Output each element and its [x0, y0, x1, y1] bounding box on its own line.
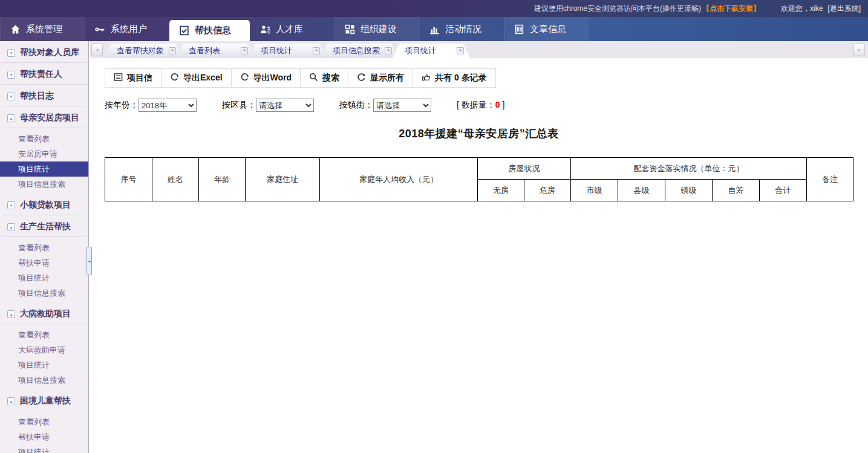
sidebar-group-support-person-pool[interactable]: ▾ 帮扶对象人员库: [2, 41, 86, 63]
sidebar-item-view-list[interactable]: 查看列表: [0, 240, 88, 255]
search-button[interactable]: 搜索: [301, 68, 348, 88]
close-icon[interactable]: ✕: [313, 47, 320, 54]
sidebar-group-mother-housing[interactable]: ▴ 母亲安居房项目: [2, 106, 86, 128]
sidebar-item-support-apply[interactable]: 帮扶申请: [0, 429, 88, 445]
sidebar-group-production-life[interactable]: ▴ 生产生活帮扶: [2, 215, 86, 237]
toolbar: 项目信 导出Excel 导出Word 搜索 显示所有: [105, 68, 868, 88]
open-tabs-bar: ◄ 查看帮扶对象 ✕ 查看列表 ✕ 项目统计 ✕ 项目信息搜索 ✕ 项目统计 ✕…: [90, 41, 868, 58]
sidebar-group-micro-loan[interactable]: ▾ 小额贷款项目: [2, 194, 86, 215]
close-icon[interactable]: ✕: [457, 47, 464, 54]
tab-view-list[interactable]: 查看列表 ✕: [177, 44, 254, 58]
article-icon: [514, 24, 524, 34]
col-name: 姓名: [152, 158, 199, 201]
tab-project-info-search[interactable]: 项目信息搜索 ✕: [321, 44, 398, 58]
export-excel-button[interactable]: 导出Excel: [162, 68, 232, 88]
close-icon[interactable]: ✕: [241, 47, 248, 54]
data-count-value: 0: [495, 100, 500, 109]
search-icon: [309, 73, 318, 83]
sidebar-item-illness-apply[interactable]: 大病救助申请: [0, 342, 88, 357]
main-content: 项目信 导出Excel 导出Word 搜索 显示所有: [90, 68, 868, 453]
sidebar-item-project-info-search[interactable]: 项目信息搜索: [0, 285, 88, 301]
nav-item-articles[interactable]: 文章信息: [504, 17, 589, 41]
sidebar-group-support-log[interactable]: ▾ 帮扶日志: [2, 85, 86, 106]
nav-item-activities[interactable]: 活动情况: [419, 17, 504, 41]
sidebar-group-support-responsible[interactable]: ▾ 帮扶责任人: [2, 63, 86, 85]
town-filter: 按镇街： 请选择: [339, 99, 431, 112]
sidebar-group-serious-illness[interactable]: ▴ 大病救助项目: [2, 302, 86, 324]
nav-item-org-building[interactable]: 组织建设: [334, 17, 419, 41]
sidebar-group-items: 查看列表 大病救助申请 项目统计 项目信息搜索: [0, 324, 88, 389]
tab-project-stats-active[interactable]: 项目统计 ✕: [393, 44, 470, 58]
district-filter: 按区县： 请选择: [222, 99, 314, 112]
tab-view-support-targets[interactable]: 查看帮扶对象 ✕: [105, 44, 182, 58]
record-count-button[interactable]: 共有 0 条记录: [413, 68, 496, 88]
tab-scroll-right-button[interactable]: ►: [853, 44, 865, 56]
col-city-level: 市级: [571, 180, 618, 201]
tabs: 查看帮扶对象 ✕ 查看列表 ✕ 项目统计 ✕ 项目信息搜索 ✕ 项目统计 ✕: [105, 44, 470, 58]
sidebar-item-support-apply[interactable]: 帮扶申请: [0, 255, 88, 270]
col-town-level: 镇级: [665, 180, 713, 201]
table-header-row-1: 序号 姓名 年龄 家庭住址 家庭年人均收入（元） 房屋状况 配套资金落实情况（单…: [105, 158, 853, 180]
logout-link[interactable]: [退出系统]: [827, 4, 861, 14]
sidebar-item-project-info-search[interactable]: 项目信息搜索: [0, 373, 88, 388]
sidebar-group-children-support[interactable]: ▴ 困境儿童帮扶: [2, 389, 86, 411]
welcome-text: 欢迎您，xike: [781, 4, 823, 14]
close-icon[interactable]: ✕: [169, 47, 176, 54]
district-filter-label: 按区县：: [222, 100, 256, 111]
filter-bar: 按年份： 2018年 按区县： 请选择 按镇街： 请选择 [ 数据量：0 ]: [105, 99, 868, 112]
sidebar-item-project-stats[interactable]: 项目统计: [0, 161, 88, 177]
project-info-button[interactable]: 项目信: [105, 68, 162, 88]
download-install-link[interactable]: 【点击下载安装】: [702, 4, 760, 14]
main-nav: 系统管理 系统用户 帮扶信息 人才库 组织建设 活动情况 文章信息: [0, 17, 868, 41]
nav-item-talent-pool[interactable]: 人才库: [250, 17, 334, 41]
sidebar-item-project-stats[interactable]: 项目统计: [0, 357, 88, 373]
nav-item-label: 帮扶信息: [195, 25, 231, 36]
col-no-house: 无房: [478, 180, 524, 201]
nav-item-label: 系统用户: [111, 24, 147, 35]
sidebar-collapse-handle[interactable]: ◄: [86, 247, 92, 275]
home-icon: [10, 24, 21, 34]
export-word-button[interactable]: 导出Word: [232, 68, 301, 88]
sidebar-item-project-stats[interactable]: 项目统计: [0, 445, 88, 453]
close-icon[interactable]: ✕: [385, 47, 392, 54]
chevron-up-icon: ▴: [7, 223, 15, 231]
hand-point-icon: [422, 73, 431, 83]
bar-chart-icon: [429, 24, 440, 34]
browser-notice: 建议使用chrome安全浏览器访问本平台(操作更流畅): [534, 4, 701, 14]
report-title: 2018年援建“母亲安居房”汇总表: [105, 126, 853, 141]
sidebar-item-housing-apply[interactable]: 安居房申请: [0, 146, 88, 161]
tab-project-stats-1[interactable]: 项目统计 ✕: [249, 44, 326, 58]
col-funding: 配套资金落实情况（单位：元）: [571, 158, 807, 180]
chevron-down-icon: ▾: [7, 49, 15, 57]
col-total: 合计: [760, 180, 807, 201]
year-filter-label: 按年份：: [105, 100, 139, 111]
sidebar-item-project-info-search[interactable]: 项目信息搜索: [0, 177, 88, 192]
col-age: 年龄: [199, 158, 246, 201]
nav-item-system-users[interactable]: 系统用户: [85, 17, 169, 41]
nav-item-label: 人才库: [276, 24, 303, 35]
sidebar-group-items: 查看列表 帮扶申请 项目统计 项目信息搜索: [0, 411, 88, 453]
year-filter: 按年份： 2018年: [105, 99, 197, 112]
nav-item-system-admin[interactable]: 系统管理: [0, 17, 85, 41]
sidebar-item-view-list[interactable]: 查看列表: [0, 131, 88, 146]
show-all-button[interactable]: 显示所有: [348, 68, 413, 88]
nav-item-label: 组织建设: [361, 24, 397, 35]
tab-scroll-left-button[interactable]: ◄: [91, 44, 103, 56]
summary-table: 序号 姓名 年龄 家庭住址 家庭年人均收入（元） 房屋状况 配套资金落实情况（单…: [105, 157, 853, 201]
nav-item-support-info[interactable]: 帮扶信息: [169, 20, 250, 41]
district-select[interactable]: 请选择: [256, 99, 314, 112]
town-select[interactable]: 请选择: [373, 99, 431, 112]
col-seq: 序号: [105, 158, 152, 201]
refresh-icon: [357, 73, 366, 83]
nav-item-label: 活动情况: [445, 24, 481, 35]
sidebar-item-view-list[interactable]: 查看列表: [0, 414, 88, 429]
year-select[interactable]: 2018年: [139, 99, 197, 112]
chevron-up-icon: ▴: [7, 114, 15, 122]
chevron-up-icon: ▴: [7, 397, 15, 405]
chevron-down-icon: ▾: [7, 93, 15, 100]
sidebar-item-project-stats[interactable]: 项目统计: [0, 270, 88, 285]
chevron-down-icon: ▾: [7, 71, 15, 79]
col-housing-status: 房屋状况: [478, 158, 571, 180]
sidebar-item-view-list[interactable]: 查看列表: [0, 327, 88, 342]
clipboard-check-icon: [179, 25, 189, 36]
